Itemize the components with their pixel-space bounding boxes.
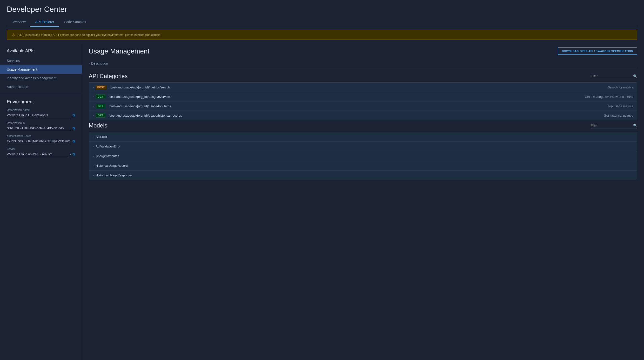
- api-categories-header: API Categories 🔍: [89, 73, 637, 80]
- model-chevron-icon: ›: [93, 174, 94, 177]
- api-filter-row: 🔍: [591, 73, 637, 79]
- description-label: Description: [91, 62, 108, 65]
- auth-token-field: Authentication Token ⧉: [7, 134, 75, 144]
- auth-token-row: ⧉: [7, 138, 75, 144]
- org-id-input[interactable]: [7, 125, 71, 131]
- content-area: Usage Management DOWNLOAD OPEN API / SWA…: [82, 43, 644, 360]
- api-row-get-historical[interactable]: › GET /cost-and-usage/api/{org_id}/usage…: [89, 110, 637, 120]
- api-filter-search-icon: 🔍: [633, 74, 637, 78]
- models-header: Models 🔍: [89, 122, 637, 129]
- warning-text: All APIs executed from this API Explorer…: [18, 33, 161, 37]
- sidebar: Available APIs Services Usage Management…: [0, 43, 82, 360]
- header: Developer Center Overview API Explorer C…: [0, 0, 644, 27]
- sidebar-item-services[interactable]: Services: [0, 56, 82, 65]
- api-path: /cost-and-usage/api/{org_id}/usage/histo…: [109, 114, 604, 117]
- api-path: /cost-and-usage/api/{org_id}/metrics/sea…: [110, 86, 608, 89]
- org-name-input[interactable]: [7, 112, 71, 118]
- sidebar-divider: [0, 93, 82, 93]
- api-description: Get the usage overview of a metric: [585, 95, 633, 98]
- models-filter-row: 🔍: [591, 123, 637, 128]
- models-section: Models 🔍 › ApiError › ApiValidationError: [89, 122, 637, 180]
- api-row-get-top-items[interactable]: › GET /cost-and-usage/api/{org_id}/usage…: [89, 101, 637, 110]
- warning-icon: ⚠: [12, 32, 15, 37]
- models-list: › ApiError › ApiValidationError › Charge…: [89, 132, 637, 180]
- select-arrow-icon: ▾: [70, 152, 71, 156]
- description-chevron-icon: ›: [89, 62, 90, 65]
- api-path: /cost-and-usage/api/{org_id}/usage/top-i…: [109, 104, 608, 108]
- api-row-post-metrics-search[interactable]: › POST /cost-and-usage/api/{org_id}/metr…: [89, 82, 637, 92]
- model-name: ApiError: [96, 135, 107, 138]
- service-field: Service VMware Cloud on AWS - real stg ▾…: [7, 148, 75, 157]
- model-row-historical-usage-response[interactable]: › HistoricalUsageResponse: [89, 170, 637, 180]
- available-apis-title: Available APIs: [0, 46, 82, 56]
- org-id-copy-icon[interactable]: ⧉: [72, 126, 75, 130]
- page-container: Developer Center Overview API Explorer C…: [0, 0, 644, 360]
- model-chevron-icon: ›: [93, 155, 94, 158]
- model-chevron-icon: ›: [93, 136, 94, 138]
- content-header: Usage Management DOWNLOAD OPEN API / SWA…: [89, 48, 637, 55]
- api-path: /cost-and-usage/api/{org_id}/usage/overv…: [109, 95, 585, 98]
- service-select[interactable]: VMware Cloud on AWS - real stg: [7, 151, 68, 157]
- model-name: ApiValidationError: [96, 144, 121, 148]
- method-badge-post: POST: [96, 85, 106, 90]
- models-title: Models: [89, 122, 107, 129]
- method-badge-get: GET: [96, 104, 105, 108]
- org-name-copy-icon[interactable]: ⧉: [72, 113, 75, 117]
- api-row-get-usage-overview[interactable]: › GET /cost-and-usage/api/{org_id}/usage…: [89, 92, 637, 101]
- auth-token-label: Authentication Token: [7, 134, 75, 137]
- api-row-chevron-icon: ›: [93, 95, 94, 98]
- content-title: Usage Management: [89, 48, 150, 55]
- warning-banner: ⚠ All APIs executed from this API Explor…: [7, 30, 637, 40]
- sidebar-item-usage-management[interactable]: Usage Management: [0, 65, 82, 74]
- tabs-bar: Overview API Explorer Code Samples: [7, 18, 637, 27]
- model-row-api-error[interactable]: › ApiError: [89, 132, 637, 142]
- model-row-charge-attributes[interactable]: › ChargeAttributes: [89, 151, 637, 161]
- method-badge-get: GET: [96, 113, 105, 118]
- org-id-row: ⧉: [7, 125, 75, 131]
- main-layout: Available APIs Services Usage Management…: [0, 43, 644, 360]
- service-copy-icon[interactable]: ⧉: [72, 152, 75, 156]
- api-row-chevron-icon: ›: [93, 104, 94, 108]
- download-swagger-button[interactable]: DOWNLOAD OPEN API / SWAGGER SPECIFICATIO…: [558, 48, 637, 55]
- tab-code-samples[interactable]: Code Samples: [59, 18, 91, 27]
- environment-title: Environment: [7, 99, 75, 104]
- models-filter-input[interactable]: [591, 123, 631, 128]
- model-row-api-validation-error[interactable]: › ApiValidationError: [89, 142, 637, 151]
- tab-api-explorer[interactable]: API Explorer: [30, 18, 59, 27]
- api-description: Get historical usages: [604, 114, 633, 117]
- api-row-chevron-icon: ›: [93, 86, 94, 89]
- environment-section: Environment Organization Name ⧉ Organiza…: [0, 95, 82, 164]
- api-description: Top usage metrics: [608, 104, 634, 108]
- api-description: Search for metrics: [608, 86, 633, 89]
- models-filter-search-icon: 🔍: [633, 124, 637, 128]
- model-name: HistoricalUsageRecord: [96, 164, 128, 168]
- model-name: HistoricalUsageResponse: [96, 174, 132, 177]
- service-label: Service: [7, 148, 75, 150]
- tab-overview[interactable]: Overview: [7, 18, 30, 27]
- service-row: VMware Cloud on AWS - real stg ▾ ⧉: [7, 151, 75, 157]
- org-id-label: Organization ID: [7, 122, 75, 124]
- org-name-label: Organization Name: [7, 108, 75, 111]
- page-title: Developer Center: [7, 5, 637, 14]
- description-row[interactable]: › Description: [89, 59, 637, 68]
- org-id-field: Organization ID ⧉: [7, 122, 75, 131]
- auth-token-input[interactable]: [7, 138, 71, 144]
- sidebar-item-authentication[interactable]: Authentication: [0, 82, 82, 91]
- model-chevron-icon: ›: [93, 164, 94, 167]
- api-list: › POST /cost-and-usage/api/{org_id}/metr…: [89, 82, 637, 120]
- auth-token-copy-icon[interactable]: ⧉: [72, 139, 75, 143]
- org-name-field: Organization Name ⧉: [7, 108, 75, 118]
- org-name-row: ⧉: [7, 112, 75, 118]
- model-name: ChargeAttributes: [96, 154, 119, 158]
- model-chevron-icon: ›: [93, 145, 94, 148]
- api-categories-title: API Categories: [89, 73, 128, 80]
- api-row-chevron-icon: ›: [93, 114, 94, 117]
- model-row-historical-usage-record[interactable]: › HistoricalUsageRecord: [89, 161, 637, 170]
- api-filter-input[interactable]: [591, 73, 631, 79]
- method-badge-get: GET: [96, 94, 105, 99]
- sidebar-item-iam[interactable]: Identity and Access Management: [0, 74, 82, 82]
